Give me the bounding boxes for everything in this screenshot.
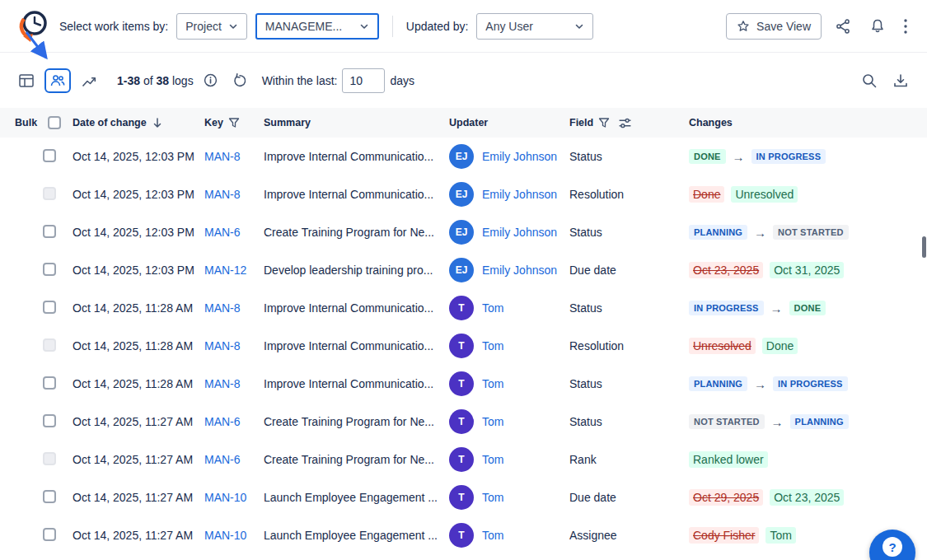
new-value: Oct 31, 2025 — [770, 262, 844, 278]
row-summary: Improve Internal Communicatio... — [264, 188, 449, 201]
row-checkbox[interactable] — [43, 187, 56, 200]
row-checkbox[interactable] — [43, 452, 56, 465]
app-logo[interactable] — [15, 7, 51, 45]
avatar: EJ — [449, 182, 474, 207]
row-key-link[interactable]: MAN-6 — [204, 226, 241, 239]
days-unit-label: days — [390, 74, 414, 87]
row-key-link[interactable]: MAN-10 — [204, 491, 246, 504]
table-view-button[interactable] — [13, 68, 40, 93]
avatar: EJ — [449, 220, 474, 245]
key-cell: MAN-8 — [204, 301, 264, 315]
search-icon — [861, 72, 878, 89]
row-key-link[interactable]: MAN-6 — [204, 415, 241, 428]
days-input[interactable] — [342, 68, 385, 93]
table-row: Oct 14, 2025, 12:03 PM MAN-8 Improve Int… — [0, 175, 927, 213]
download-icon — [892, 72, 909, 89]
save-view-button[interactable]: Save View — [726, 13, 822, 40]
log-count-total: 38 — [157, 74, 170, 87]
row-key-link[interactable]: MAN-8 — [204, 188, 241, 201]
changes-header: Changes — [689, 117, 927, 128]
row-key-link[interactable]: MAN-8 — [204, 150, 241, 163]
download-button[interactable] — [887, 69, 914, 92]
row-checkbox[interactable] — [43, 376, 56, 390]
bell-icon — [869, 18, 886, 35]
key-cell: MAN-12 — [204, 264, 264, 277]
info-button[interactable] — [199, 70, 222, 91]
row-changes: IN PROGRESS→DONE — [689, 301, 927, 315]
bulk-cell — [15, 490, 73, 506]
share-icon — [835, 18, 851, 35]
updated-by-value: Any User — [485, 20, 533, 33]
row-updater-link[interactable]: Emily Johnson — [482, 150, 557, 163]
row-updater-link[interactable]: Emily Johnson — [482, 226, 557, 239]
row-checkbox[interactable] — [43, 149, 56, 162]
key-filter-icon[interactable] — [228, 117, 240, 128]
refresh-button[interactable] — [227, 70, 252, 91]
table-row: Oct 14, 2025, 11:28 AM MAN-8 Improve Int… — [0, 289, 927, 327]
row-updater-link[interactable]: Emily Johnson — [482, 188, 557, 201]
avatar: T — [449, 371, 474, 396]
row-updater-link[interactable]: Tom — [482, 301, 503, 315]
info-icon — [204, 73, 218, 87]
row-changes: DONE→IN PROGRESS — [689, 149, 927, 164]
star-icon — [737, 20, 750, 33]
row-key-link[interactable]: MAN-8 — [204, 301, 241, 315]
row-updater-link[interactable]: Tom — [482, 415, 503, 428]
row-date: Oct 14, 2025, 12:03 PM — [73, 150, 204, 163]
log-count: 1-38 of 38 logs — [117, 74, 194, 87]
field-settings-icon[interactable] — [618, 116, 632, 130]
summary-header-label: Summary — [264, 117, 311, 128]
row-updater-link[interactable]: Emily Johnson — [482, 264, 557, 277]
select-all-checkbox[interactable] — [48, 116, 61, 129]
row-checkbox[interactable] — [43, 225, 56, 238]
row-updater-link[interactable]: Tom — [482, 491, 503, 504]
field-filter-icon[interactable] — [598, 117, 610, 128]
row-field: Status — [569, 226, 689, 239]
trend-view-button[interactable] — [76, 68, 102, 93]
row-checkbox[interactable] — [43, 338, 56, 352]
search-button[interactable] — [856, 69, 883, 92]
row-key-link[interactable]: MAN-8 — [204, 339, 241, 352]
status-badge-old: PLANNING — [689, 225, 747, 240]
row-checkbox[interactable] — [43, 263, 56, 276]
row-key-link[interactable]: MAN-12 — [204, 264, 246, 277]
row-updater-link[interactable]: Tom — [482, 377, 503, 390]
table-row: Oct 14, 2025, 11:27 AM MAN-6 Create Trai… — [0, 403, 927, 441]
old-value: Oct 29, 2025 — [689, 489, 763, 506]
avatar: T — [449, 485, 474, 510]
bulk-cell — [15, 263, 73, 278]
question-mark-icon: ? — [883, 537, 902, 557]
share-button[interactable] — [830, 15, 856, 38]
filter-type-value: Project — [185, 20, 222, 33]
more-menu-button[interactable] — [899, 16, 912, 37]
row-date: Oct 14, 2025, 11:27 AM — [73, 529, 204, 542]
key-cell: MAN-10 — [204, 529, 264, 542]
key-cell: MAN-8 — [204, 377, 264, 390]
row-updater-link[interactable]: Tom — [482, 529, 503, 542]
row-key-link[interactable]: MAN-6 — [204, 453, 241, 466]
divider — [392, 16, 393, 37]
people-view-button[interactable] — [44, 68, 71, 93]
notifications-button[interactable] — [864, 15, 891, 38]
old-value: Oct 23, 2025 — [689, 262, 763, 278]
sort-descending-icon[interactable] — [152, 117, 163, 128]
row-field: Due date — [569, 491, 689, 504]
row-key-link[interactable]: MAN-8 — [204, 377, 241, 390]
row-checkbox[interactable] — [43, 528, 56, 541]
status-badge-new: NOT STARTED — [773, 225, 849, 240]
row-field: Rank — [569, 453, 689, 466]
filter-type-dropdown[interactable]: Project — [176, 13, 247, 40]
scrollbar-thumb[interactable] — [922, 236, 926, 258]
row-checkbox[interactable] — [43, 301, 56, 314]
row-updater-link[interactable]: Tom — [482, 339, 503, 352]
row-checkbox[interactable] — [43, 414, 56, 427]
row-updater-link[interactable]: Tom — [482, 453, 503, 466]
date-header-label: Date of change — [73, 117, 147, 128]
row-changes: Oct 29, 2025Oct 23, 2025 — [689, 489, 927, 506]
status-badge-new: IN PROGRESS — [751, 149, 826, 164]
new-value: Ranked lower — [689, 451, 768, 468]
row-checkbox[interactable] — [43, 490, 56, 503]
row-key-link[interactable]: MAN-10 — [204, 529, 246, 542]
project-select-dropdown[interactable]: MANAGEME... — [255, 13, 379, 40]
updated-by-dropdown[interactable]: Any User — [476, 13, 593, 40]
